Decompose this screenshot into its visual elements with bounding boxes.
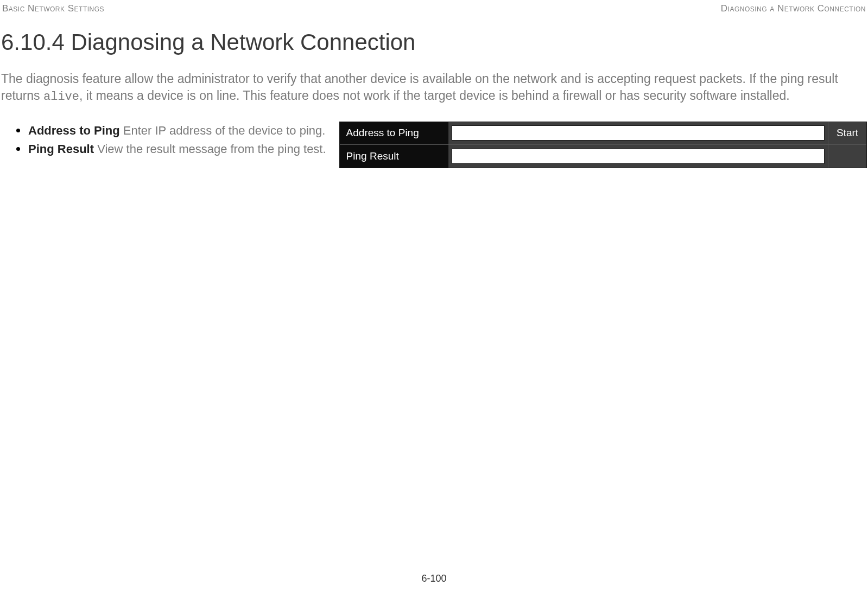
field-label: Ping Result (28, 142, 94, 156)
start-button[interactable]: Start (832, 125, 863, 141)
panel-button-cell: Start (828, 122, 866, 144)
panel-spacer (828, 145, 866, 168)
panel-row-address: Address to Ping Start (340, 122, 866, 145)
panel-input-cell (448, 122, 828, 144)
field-desc: Enter IP address of the device to ping. (120, 124, 326, 137)
ping-panel: Address to Ping Start Ping Result (339, 122, 867, 168)
header-left: Basic Network Settings (2, 3, 104, 14)
list-item: Address to Ping Enter IP address of the … (16, 122, 326, 140)
field-desc: View the result message from the ping te… (94, 142, 326, 156)
address-to-ping-input[interactable] (452, 125, 825, 141)
field-list: Address to Ping Enter IP address of the … (1, 122, 326, 158)
panel-label-address: Address to Ping (340, 122, 448, 144)
panel-row-result: Ping Result (340, 145, 866, 168)
page-title: 6.10.4 Diagnosing a Network Connection (0, 29, 868, 55)
field-label: Address to Ping (28, 124, 120, 137)
page-header: Basic Network Settings Diagnosing a Netw… (0, 0, 868, 14)
panel-input-cell (448, 145, 828, 168)
header-right: Diagnosing a Network Connection (721, 3, 866, 14)
intro-code: alive (43, 90, 79, 104)
ping-result-output (452, 149, 825, 164)
intro-paragraph: The diagnosis feature allow the administ… (0, 71, 868, 105)
intro-text-2: , it means a device is on line. This fea… (79, 88, 790, 103)
panel-label-result: Ping Result (340, 145, 448, 168)
page-number: 6-100 (0, 573, 868, 584)
list-item: Ping Result View the result message from… (16, 140, 326, 158)
